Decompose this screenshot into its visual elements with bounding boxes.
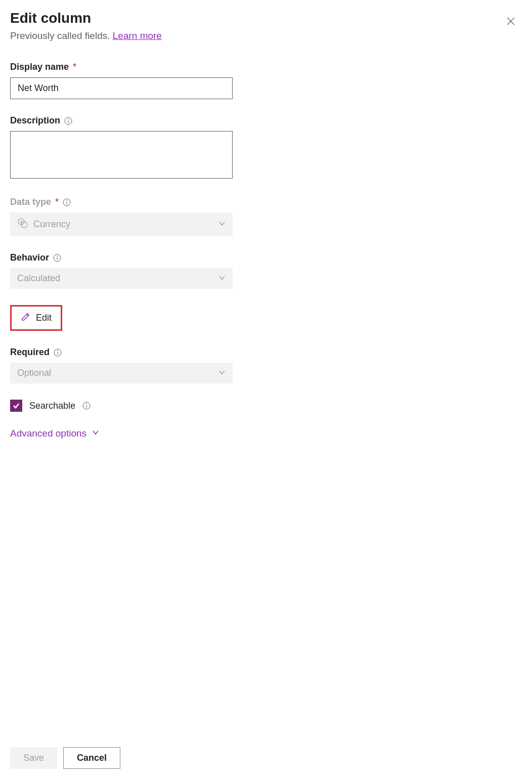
edit-behavior-section: Edit [10,305,233,331]
check-icon [12,402,20,410]
close-icon [506,17,515,26]
behavior-select: Calculated [10,268,233,289]
svg-point-17 [58,351,58,351]
panel-title: Edit column [10,10,522,26]
display-name-label: Display name * [10,62,233,72]
display-name-field: Display name * [10,62,233,99]
currency-icon: $ [17,218,28,231]
data-type-value: Currency [33,219,70,230]
edit-button-label: Edit [36,313,52,323]
description-field: Description [10,115,233,181]
required-indicator: * [73,62,76,72]
display-name-input[interactable] [10,77,233,99]
info-icon[interactable] [54,349,62,357]
info-icon[interactable] [63,198,71,206]
required-label: Required [10,347,233,358]
behavior-label: Behavior [10,252,233,263]
required-select: Optional [10,363,233,383]
description-input[interactable] [10,131,233,179]
searchable-field: Searchable [10,400,233,412]
chevron-down-icon [218,368,226,378]
data-type-field: Data type * $ Currency [10,197,233,236]
info-icon[interactable] [64,117,72,125]
behavior-value: Calculated [17,273,60,284]
cancel-button[interactable]: Cancel [63,747,120,769]
learn-more-link[interactable]: Learn more [113,30,162,41]
form-section: Display name * Description Data type * [10,62,233,439]
required-field: Required Optional [10,347,233,383]
save-button: Save [10,747,57,769]
svg-point-13 [57,256,58,256]
data-type-label: Data type * [10,197,233,207]
panel-subtitle: Previously called fields. Learn more [10,30,522,41]
data-type-select: $ Currency [10,212,233,236]
advanced-options-label: Advanced options [10,428,86,439]
chevron-down-icon [218,219,226,230]
pencil-icon [21,312,31,324]
svg-point-4 [68,119,69,119]
panel-header: Edit column Previously called fields. Le… [10,10,522,41]
svg-point-7 [67,200,67,201]
info-icon[interactable] [82,402,91,410]
required-indicator: * [55,197,59,207]
description-label: Description [10,115,233,126]
chevron-down-icon [218,273,226,284]
required-value: Optional [17,368,51,378]
subtitle-text: Previously called fields. [10,30,113,41]
searchable-label: Searchable [29,401,75,411]
info-icon[interactable] [53,254,61,262]
svg-point-20 [86,404,87,404]
searchable-checkbox[interactable] [10,400,22,412]
footer: Save Cancel [10,737,522,769]
behavior-field: Behavior Calculated [10,252,233,289]
close-button[interactable] [505,15,517,27]
advanced-options-toggle[interactable]: Advanced options [10,428,233,439]
chevron-down-icon [92,428,100,439]
edit-button[interactable]: Edit [10,305,62,331]
